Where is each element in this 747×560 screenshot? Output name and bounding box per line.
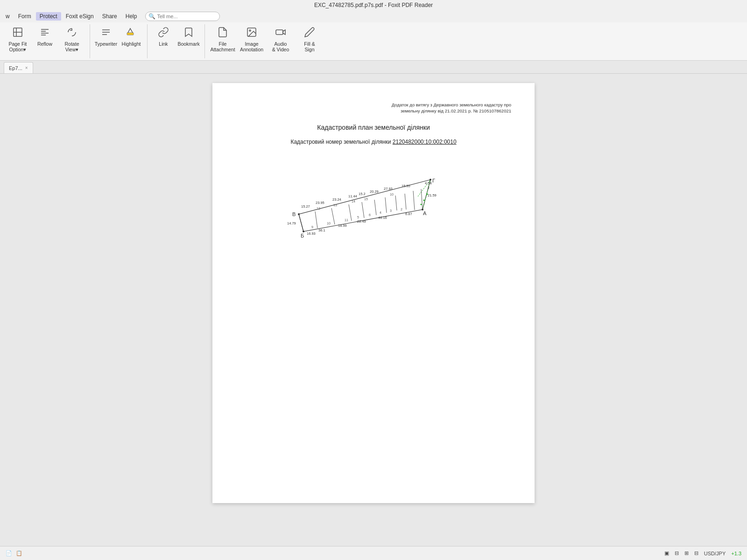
highlight-icon bbox=[126, 27, 137, 40]
top-meas-1: 15.27 bbox=[301, 204, 310, 209]
reflow-button[interactable]: Reflow bbox=[33, 24, 57, 57]
link-icon bbox=[158, 27, 169, 40]
currency-pair: USD/JPY bbox=[704, 551, 726, 556]
top-meas-4: 11.44 bbox=[348, 194, 357, 198]
image-annotation-button[interactable]: ImageAnnotation bbox=[238, 24, 266, 57]
svg-marker-7 bbox=[283, 30, 285, 35]
bookmark-button[interactable]: Bookmark bbox=[176, 24, 201, 57]
menu-w[interactable]: w bbox=[2, 12, 14, 21]
tick-10: 10 bbox=[327, 222, 331, 225]
top-meas-9: 4.58 bbox=[425, 181, 432, 185]
meas-left: 14.79 bbox=[287, 221, 296, 225]
label-G: Г bbox=[432, 178, 435, 183]
svg-line-19 bbox=[405, 194, 406, 210]
top-tick-4: 15 bbox=[364, 197, 368, 201]
titlebar-text: EXC_47482785.pdf.p7s.pdf - Foxit PDF Rea… bbox=[314, 2, 433, 8]
rotate-view-icon bbox=[66, 27, 78, 40]
audio-video-button[interactable]: Audio& Video bbox=[267, 24, 295, 57]
audio-video-icon bbox=[275, 27, 286, 40]
status-page-icon[interactable]: 📄 bbox=[6, 550, 12, 556]
menu-form[interactable]: Form bbox=[14, 12, 35, 21]
statusbar-left: 📄 📋 bbox=[6, 550, 22, 556]
image-annotation-label: ImageAnnotation bbox=[240, 41, 263, 52]
cadastral-number[interactable]: 2120482000:10:002:0010 bbox=[393, 139, 457, 145]
top-meas-5: 15.2 bbox=[359, 192, 366, 196]
ribbon-group-media: FileAttachment ImageAnnotation Audio& Vi… bbox=[209, 24, 327, 58]
svg-line-13 bbox=[331, 208, 335, 224]
statusbar-right: ▣ ⊟ ⊞ ⊟ USD/JPY +1.3 bbox=[664, 550, 741, 556]
meas-4: 22.49 bbox=[357, 219, 366, 224]
link-button[interactable]: Link bbox=[151, 24, 176, 57]
green-dot-3 bbox=[421, 203, 422, 205]
label-Б: Б bbox=[301, 233, 304, 238]
doc-header-line2: земельну ділянку від 21.02.2021 р. № 210… bbox=[236, 108, 511, 114]
reflow-icon bbox=[39, 27, 50, 40]
search-box[interactable]: 🔍 bbox=[145, 12, 220, 21]
view-icon-4[interactable]: ⊟ bbox=[694, 550, 698, 556]
page-fit-button[interactable]: Page FitOption▾ bbox=[4, 24, 32, 57]
doc-header: Додаток до витягу з Державного земельног… bbox=[236, 102, 511, 114]
ribbon-group-view: Page FitOption▾ Reflow RotateView▾ bbox=[4, 24, 90, 58]
rotate-view-button[interactable]: RotateView▾ bbox=[58, 24, 86, 57]
point-A bbox=[422, 209, 423, 210]
highlight-button[interactable]: Highlight bbox=[119, 24, 143, 57]
tick-11: 11 bbox=[345, 218, 348, 222]
fill-sign-label: Fill &Sign bbox=[304, 41, 315, 52]
top-meas-7: 27.93 bbox=[384, 187, 393, 191]
view-icon-3[interactable]: ⊞ bbox=[684, 550, 689, 556]
svg-line-11 bbox=[299, 214, 303, 231]
doc-subtitle: Кадастровий номер земельної ділянки 2120… bbox=[236, 139, 511, 145]
tab-label: Ep7... bbox=[9, 65, 22, 71]
view-icon-2[interactable]: ⊟ bbox=[675, 550, 679, 556]
doc-title: Кадастровий план земельної ділянки bbox=[236, 124, 511, 131]
menubar: w Form Protect Foxit eSign Share Help 🔍 bbox=[0, 10, 747, 22]
svg-line-12 bbox=[315, 211, 317, 228]
fill-sign-icon bbox=[304, 27, 315, 40]
ribbon-group-annotate: Typewriter Highlight bbox=[94, 24, 148, 58]
menu-help[interactable]: Help bbox=[122, 12, 141, 21]
search-input[interactable] bbox=[157, 14, 218, 19]
tick-6: 6 bbox=[369, 213, 371, 217]
top-tick-1: 12 bbox=[317, 207, 320, 210]
svg-line-15 bbox=[362, 202, 364, 218]
typewriter-icon bbox=[100, 27, 112, 40]
menu-share[interactable]: Share bbox=[99, 12, 121, 21]
green-dot-2 bbox=[423, 199, 425, 201]
typewriter-button[interactable]: Typewriter bbox=[94, 24, 118, 57]
green-dot-1 bbox=[427, 193, 428, 195]
titlebar: EXC_47482785.pdf.p7s.pdf - Foxit PDF Rea… bbox=[0, 0, 747, 10]
typewriter-label: Typewriter bbox=[95, 41, 117, 47]
main-area: Додаток до витягу з Державного земельног… bbox=[0, 74, 747, 546]
view-icon-1[interactable]: ▣ bbox=[664, 550, 669, 556]
ribbon-group-insert: Link Bookmark bbox=[151, 24, 205, 58]
svg-rect-3 bbox=[127, 33, 134, 35]
search-icon: 🔍 bbox=[148, 13, 155, 20]
svg-line-17 bbox=[385, 197, 387, 213]
audio-video-label: Audio& Video bbox=[272, 41, 289, 52]
fill-sign-button[interactable]: Fill &Sign bbox=[296, 24, 324, 57]
svg-line-18 bbox=[395, 196, 397, 210]
reflow-label: Reflow bbox=[37, 41, 52, 47]
top-tick-3: 14 bbox=[352, 200, 355, 203]
svg-marker-8 bbox=[299, 180, 430, 231]
file-attachment-label: FileAttachment bbox=[210, 41, 235, 52]
file-attachment-button[interactable]: FileAttachment bbox=[209, 24, 237, 57]
bookmark-label: Bookmark bbox=[177, 41, 199, 47]
tick-4: 4 bbox=[380, 211, 381, 214]
svg-line-21 bbox=[421, 189, 423, 210]
menu-foxit-esign[interactable]: Foxit eSign bbox=[62, 12, 98, 21]
tick-3: 3 bbox=[390, 209, 392, 212]
point-B bbox=[298, 213, 300, 215]
status-copy-icon[interactable]: 📋 bbox=[16, 550, 22, 556]
ribbon: Page FitOption▾ Reflow RotateView▾ Typew… bbox=[0, 22, 747, 61]
menu-protect[interactable]: Protect bbox=[36, 12, 61, 21]
point-Б bbox=[303, 231, 304, 232]
tab-close-button[interactable]: × bbox=[25, 65, 28, 70]
point-G bbox=[430, 179, 431, 181]
meas-3: 18.99 bbox=[338, 224, 347, 228]
meas-1: 16.93 bbox=[307, 231, 316, 236]
document-area: Додаток до витягу з Державного земельног… bbox=[0, 74, 747, 546]
right-meas: 21.59 bbox=[428, 193, 437, 197]
document-tab[interactable]: Ep7... × bbox=[4, 62, 33, 73]
tick-g2: 2 bbox=[428, 186, 430, 189]
